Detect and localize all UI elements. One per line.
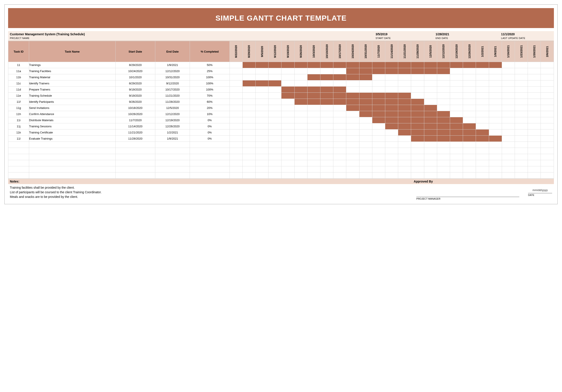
date-label: DATE [528, 193, 552, 196]
gantt-cell [346, 117, 359, 123]
empty-cell [476, 148, 489, 154]
gantt-cell [515, 105, 528, 111]
footer-row: Notes: Training facilities shall be prov… [8, 178, 554, 201]
timeline-col: 11/14/2020 [385, 41, 398, 62]
gantt-cell [515, 123, 528, 130]
gantt-cell [294, 105, 307, 111]
gantt-cell [385, 86, 398, 93]
gantt-cell [502, 86, 515, 93]
gantt-cell [256, 111, 269, 117]
col-task-id: Task ID [8, 41, 29, 62]
empty-cell [256, 142, 269, 148]
gantt-cell [256, 123, 269, 130]
empty-cell [359, 166, 372, 172]
gantt-cell [346, 80, 359, 86]
gantt-cell [541, 68, 554, 74]
gantt-cell [269, 123, 281, 130]
gantt-cell [489, 111, 502, 117]
empty-cell [116, 172, 155, 178]
gantt-cell [256, 136, 269, 142]
empty-cell [541, 154, 554, 160]
gantt-cell [398, 80, 411, 86]
empty-cell [424, 142, 437, 148]
task-id-cell: 11j [8, 123, 29, 130]
notes-body: Training facilities shall be provided by… [8, 184, 412, 201]
gantt-cell [411, 136, 424, 142]
empty-cell [476, 172, 489, 178]
task-name-cell: Training Material [29, 74, 116, 80]
empty-cell [385, 148, 398, 154]
empty-cell [515, 148, 528, 154]
gantt-cell [424, 123, 437, 130]
empty-cell [29, 172, 116, 178]
gantt-cell [515, 136, 528, 142]
gantt-cell [333, 123, 346, 130]
gantt-cell [489, 86, 502, 93]
table-row: 11bTraining Material10/1/202010/31/20201… [8, 74, 554, 80]
task-end-cell: 9/12/2020 [155, 80, 190, 86]
gantt-cell [333, 111, 346, 117]
empty-cell [116, 148, 155, 154]
empty-cell [489, 154, 502, 160]
table-row: 11kTraining Certificate11/21/20201/2/202… [8, 130, 554, 136]
table-row: 11jTraining Sessions11/14/202012/26/2020… [8, 123, 554, 130]
gantt-cell [269, 136, 281, 142]
empty-cell [528, 148, 541, 154]
task-name-cell: Training Facilities [29, 68, 116, 74]
gantt-cell [476, 99, 489, 105]
gantt-cell [320, 130, 333, 136]
empty-cell [359, 172, 372, 178]
gantt-cell [281, 130, 294, 136]
gantt-cell [528, 111, 541, 117]
task-start-cell: 10/26/2020 [116, 111, 155, 117]
gantt-cell [307, 105, 320, 111]
gantt-cell [528, 68, 541, 74]
gantt-cell [307, 62, 320, 68]
gantt-cell [385, 80, 398, 86]
gantt-cell [476, 136, 489, 142]
gantt-cell [502, 62, 515, 68]
empty-cell [256, 172, 269, 178]
empty-cell [489, 148, 502, 154]
empty-cell [489, 160, 502, 166]
gantt-cell [528, 123, 541, 130]
gantt-cell [502, 117, 515, 123]
gantt-cell [437, 99, 450, 105]
gantt-cell [450, 68, 463, 74]
gantt-cell [333, 93, 346, 99]
date-placeholder: mm/dd/yyyy [528, 189, 552, 192]
gantt-cell [320, 99, 333, 105]
empty-cell [190, 154, 230, 160]
task-id-cell: 11b [8, 74, 29, 80]
timeline-col: 9/26/2020 [294, 41, 307, 62]
timeline-col: 9/19/2020 [281, 41, 294, 62]
empty-cell [437, 160, 450, 166]
gantt-cell [489, 93, 502, 99]
gantt-cell [346, 68, 359, 74]
empty-cell [372, 160, 385, 166]
gantt-cell [437, 105, 450, 111]
empty-cell [8, 172, 29, 178]
gantt-cell [450, 105, 463, 111]
gantt-cell [502, 111, 515, 117]
gantt-cell [346, 62, 359, 68]
task-pct-cell: 0% [190, 136, 230, 142]
empty-cell [528, 160, 541, 166]
end-date-value: 1/28/2021 [434, 31, 499, 36]
empty-cell [372, 154, 385, 160]
gantt-cell [463, 117, 476, 123]
empty-cell [294, 154, 307, 160]
gantt-cell [385, 136, 398, 142]
empty-cell [333, 148, 346, 154]
table-row [8, 142, 554, 148]
gantt-cell [333, 117, 346, 123]
empty-cell [307, 142, 320, 148]
gantt-cell [541, 111, 554, 117]
gantt-cell [489, 105, 502, 111]
gantt-cell [463, 62, 476, 68]
last-update-value: 11/1/2020 [499, 31, 554, 36]
empty-cell [398, 148, 411, 154]
empty-cell [372, 148, 385, 154]
gantt-cell [346, 105, 359, 111]
gantt-cell [450, 80, 463, 86]
